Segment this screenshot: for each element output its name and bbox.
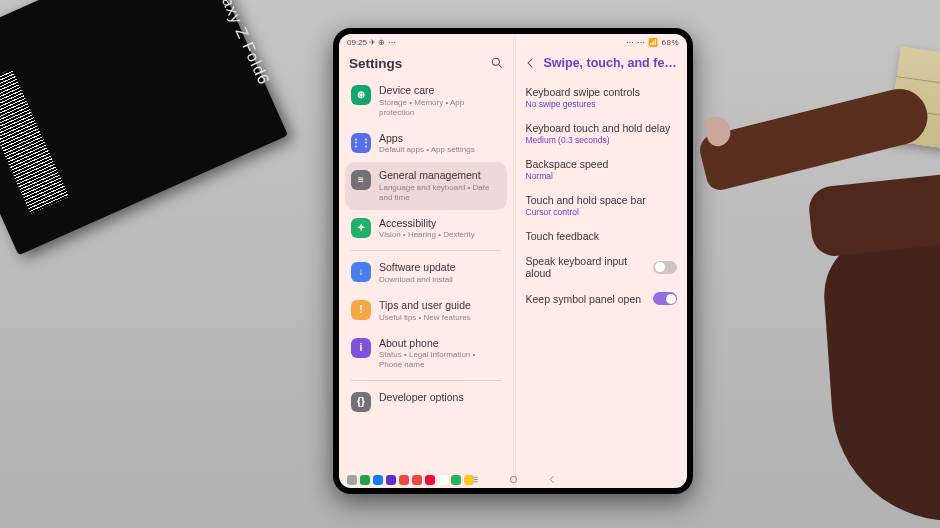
detail-title: Swipe, touch, and feedb… [544,56,680,70]
setting-row-touch-hold-space[interactable]: Touch and hold space barCursor control [526,187,678,223]
setting-title: Touch feedback [526,230,678,242]
setting-title: Keep symbol panel open [526,293,642,305]
detail-pane: Swipe, touch, and feedb… Keyboard swipe … [514,51,688,472]
dock-app-8[interactable] [451,475,461,485]
navigation-bar [339,472,687,488]
dock-app-3[interactable] [386,475,396,485]
sidebar-item-software-update[interactable]: ↓Software updateDownload and install [345,254,507,292]
accessibility-icon: ✦ [351,218,371,238]
sidebar-item-sub: Download and install [379,275,455,285]
about-phone-icon: i [351,338,371,358]
setting-value: Medium (0.3 seconds) [526,135,678,145]
svg-point-0 [492,58,499,65]
setting-value: No swipe gestures [526,99,678,109]
sidebar-item-label: Software update [379,261,455,274]
sidebar-item-label: Tips and user guide [379,299,471,312]
phone-screen: 09:25 ✈ ⊕ ⋯ ⋯ ⋯ 📶 68% Settings ⊕Device c… [339,34,687,488]
status-right: ⋯ ⋯ 📶 68% [626,38,679,47]
sidebar-item-accessibility[interactable]: ✦AccessibilityVision • Hearing • Dexteri… [345,210,507,248]
setting-title: Keyboard swipe controls [526,86,678,98]
sidebar-item-label: Apps [379,132,475,145]
dock-app-7[interactable] [438,475,448,485]
search-icon[interactable] [489,55,505,71]
toggle-switch[interactable] [653,292,677,305]
sidebar-item-apps[interactable]: ⋮⋮AppsDefault apps • App settings [345,125,507,163]
sidebar-item-label: Device care [379,84,501,97]
setting-row-touch-feedback[interactable]: Touch feedback [526,223,678,248]
detail-list: Keyboard swipe controlsNo swipe gestures… [514,77,688,311]
software-update-icon: ↓ [351,262,371,282]
tips-icon: ! [351,300,371,320]
dock-app-2[interactable] [373,475,383,485]
dock-app-0[interactable] [347,475,357,485]
list-divider [351,380,501,381]
sidebar-item-label: Accessibility [379,217,475,230]
sidebar-item-sub: Storage • Memory • App protection [379,98,501,118]
sidebar-item-developer-options[interactable]: {}Developer options [345,384,507,419]
device-care-icon: ⊕ [351,85,371,105]
barcode-label [0,69,69,214]
sidebar-item-label: Developer options [379,391,464,404]
sidebar-item-sub: Status • Legal information • Phone name [379,350,501,370]
dock-app-4[interactable] [399,475,409,485]
dock-app-9[interactable] [464,475,474,485]
dock-app-5[interactable] [412,475,422,485]
setting-title: Speak keyboard input aloud [526,255,654,279]
settings-pane: Settings ⊕Device careStorage • Memory • … [339,51,514,472]
sidebar-item-sub: Default apps • App settings [379,145,475,155]
list-divider [351,250,501,251]
nav-home-icon[interactable] [508,471,519,488]
app-dock [347,475,474,485]
sidebar-item-label: About phone [379,337,501,350]
sidebar-item-device-care[interactable]: ⊕Device careStorage • Memory • App prote… [345,77,507,125]
svg-line-1 [498,65,501,68]
setting-title: Touch and hold space bar [526,194,678,206]
setting-title: Keyboard touch and hold delay [526,122,678,134]
back-icon[interactable] [524,55,538,71]
dock-app-6[interactable] [425,475,435,485]
sidebar-item-sub: Language and keyboard • Date and time [379,183,501,203]
sidebar-item-sub: Vision • Hearing • Dexterity [379,230,475,240]
setting-value: Normal [526,171,678,181]
setting-row-backspace-speed[interactable]: Backspace speedNormal [526,151,678,187]
settings-header: Settings [339,51,513,77]
dock-app-1[interactable] [360,475,370,485]
setting-title: Backspace speed [526,158,678,170]
sidebar-item-tips[interactable]: !Tips and user guideUseful tips • New fe… [345,292,507,330]
settings-list: ⊕Device careStorage • Memory • App prote… [339,77,513,419]
setting-row-touch-hold-delay[interactable]: Keyboard touch and hold delayMedium (0.3… [526,115,678,151]
settings-title: Settings [349,56,402,71]
sidebar-item-general-management[interactable]: ≡General managementLanguage and keyboard… [345,162,507,210]
setting-row-keep-symbol[interactable]: Keep symbol panel open [526,285,678,311]
developer-options-icon: {} [351,392,371,412]
phone-frame: 09:25 ✈ ⊕ ⋯ ⋯ ⋯ 📶 68% Settings ⊕Device c… [333,28,693,494]
status-time: 09:25 ✈ ⊕ ⋯ [347,38,396,47]
sidebar-item-label: General management [379,169,501,182]
setting-row-keyboard-swipe[interactable]: Keyboard swipe controlsNo swipe gestures [526,79,678,115]
toggle-switch[interactable] [653,261,677,274]
general-management-icon: ≡ [351,170,371,190]
setting-row-speak-aloud[interactable]: Speak keyboard input aloud [526,248,678,285]
apps-icon: ⋮⋮ [351,133,371,153]
detail-header: Swipe, touch, and feedb… [514,51,688,77]
sidebar-item-sub: Useful tips • New features [379,313,471,323]
svg-rect-5 [510,477,516,483]
sidebar-item-about-phone[interactable]: iAbout phoneStatus • Legal information •… [345,330,507,378]
setting-value: Cursor control [526,207,678,217]
nav-back-icon[interactable] [547,471,558,488]
